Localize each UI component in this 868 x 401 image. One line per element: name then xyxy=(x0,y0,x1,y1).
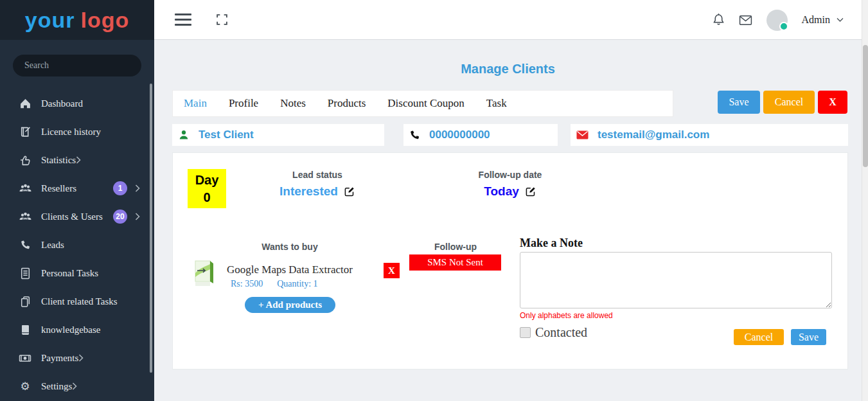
lead-status-label: Lead status xyxy=(250,170,385,180)
sidebar-item-label: Licence history xyxy=(41,127,101,138)
note-save-button[interactable]: Save xyxy=(791,329,826,345)
cancel-button[interactable]: Cancel xyxy=(763,91,815,114)
menu-icon[interactable] xyxy=(175,13,191,26)
mail-icon xyxy=(576,130,589,139)
window-scrollbar-thumb[interactable] xyxy=(863,45,868,167)
money-bill-icon xyxy=(18,353,32,364)
sidebar-item-statistics[interactable]: Statistics xyxy=(0,146,154,174)
book-solid-icon xyxy=(18,324,32,336)
sidebar-item-personal-tasks[interactable]: Personal Tasks xyxy=(0,259,154,287)
tab-task[interactable]: Task xyxy=(475,97,518,110)
users-icon xyxy=(18,183,32,195)
sidebar-item-label: Leads xyxy=(41,240,64,251)
sidebar-item-dashboard[interactable]: Dashboard xyxy=(0,89,154,118)
note-textarea[interactable] xyxy=(520,252,832,308)
sidebar-item-label: knowledgebase xyxy=(41,325,100,335)
page-title: Manage Clients xyxy=(154,62,862,76)
tab-bar: Main Profile Notes Products Discount Cou… xyxy=(172,90,673,117)
wants-to-buy-label: Wants to buy xyxy=(222,242,357,252)
sidebar-item-label: Payments xyxy=(41,353,78,364)
note-validation-message: Only alphabets are allowed xyxy=(520,311,613,320)
logo-text-blue: your xyxy=(25,8,75,33)
sidebar-item-settings[interactable]: ⚙ Settings xyxy=(0,372,154,400)
sidebar-item-licence-history[interactable]: Licence history xyxy=(0,118,154,146)
product-quantity: Quantity: 1 xyxy=(277,279,317,289)
sidebar-nav: Dashboard Licence history Statistics Res… xyxy=(0,89,154,400)
day-label: Day xyxy=(195,172,219,189)
search-input[interactable] xyxy=(13,55,141,76)
client-phone: 0000000000 xyxy=(429,129,490,141)
sidebar-item-label: Client related Tasks xyxy=(41,296,118,307)
tab-notes[interactable]: Notes xyxy=(269,97,317,110)
product-thumbnail xyxy=(195,260,214,287)
tab-products[interactable]: Products xyxy=(317,97,377,110)
bell-icon[interactable] xyxy=(713,13,725,26)
header-right: Admin xyxy=(713,0,844,40)
chevron-right-icon xyxy=(72,382,78,390)
logo-text-red: logo xyxy=(80,8,129,33)
sidebar-item-knowledgebase[interactable]: knowledgebase xyxy=(0,316,154,344)
sidebar-item-leads[interactable]: Leads xyxy=(0,231,154,259)
sidebar-item-label: Settings xyxy=(41,381,72,392)
envelope-icon[interactable] xyxy=(739,15,752,26)
product-price: Rs: 3500 xyxy=(231,279,263,289)
sidebar-item-label: Statistics xyxy=(41,155,76,166)
add-products-button[interactable]: + Add products xyxy=(245,297,335,313)
hand-pointer-icon xyxy=(18,154,32,166)
sidebar-item-client-related-tasks[interactable]: Client related Tasks xyxy=(0,287,154,316)
contacted-checkbox[interactable] xyxy=(520,327,531,338)
chevron-right-icon xyxy=(76,156,82,164)
fullscreen-icon[interactable] xyxy=(216,13,228,28)
sidebar-item-clients-users[interactable]: Clients & Users 20 xyxy=(0,202,154,231)
top-header: Admin xyxy=(154,0,862,40)
file-lines-icon xyxy=(18,267,32,280)
tab-discount-coupon[interactable]: Discount Coupon xyxy=(376,97,475,110)
chevron-down-icon[interactable] xyxy=(837,17,844,22)
product-name: Google Maps Data Extractor xyxy=(227,263,353,276)
sidebar-item-label: Resellers xyxy=(41,183,76,194)
sms-status-badge: SMS Not Sent xyxy=(409,254,501,271)
edit-followup-date-icon[interactable] xyxy=(525,186,536,197)
user-name[interactable]: Admin xyxy=(802,14,830,26)
tab-profile[interactable]: Profile xyxy=(218,97,269,110)
copy-icon xyxy=(18,296,32,308)
sidebar-item-payments[interactable]: Payments xyxy=(0,344,154,372)
close-button[interactable]: X xyxy=(818,91,847,114)
sidebar-scrollbar[interactable] xyxy=(150,84,152,373)
users-icon xyxy=(18,211,32,223)
client-email: testemail@gmail.com xyxy=(598,129,709,141)
chevron-right-icon xyxy=(135,184,141,192)
home-icon xyxy=(18,98,32,110)
note-cancel-button[interactable]: Cancel xyxy=(734,329,784,345)
gear-icon: ⚙ xyxy=(18,381,32,392)
resellers-count-badge: 1 xyxy=(113,181,127,195)
sidebar-item-label: Personal Tasks xyxy=(41,268,98,279)
avatar[interactable] xyxy=(766,10,788,31)
client-detail-card: Day 0 Lead status Interested Follow-up d… xyxy=(172,152,848,370)
chevron-right-icon xyxy=(135,213,141,220)
client-phone-field[interactable]: 0000000000 xyxy=(403,124,558,146)
app-window: your logo Dashboard Licence history Stat… xyxy=(0,0,868,401)
client-name-field[interactable]: Test Client xyxy=(172,124,384,146)
client-email-field[interactable]: testemail@gmail.com xyxy=(571,124,848,146)
save-button[interactable]: Save xyxy=(718,91,760,114)
remove-product-button[interactable]: X xyxy=(384,263,400,278)
followup-date-value: Today xyxy=(484,184,519,199)
make-a-note-title: Make a Note xyxy=(520,236,583,250)
sidebar-item-resellers[interactable]: Resellers 1 xyxy=(0,174,154,202)
logo[interactable]: your logo xyxy=(0,0,154,40)
person-icon xyxy=(178,129,190,141)
lead-status-value: Interested xyxy=(279,184,338,199)
note-actions: Cancel Save xyxy=(734,329,826,345)
window-scrollbar[interactable] xyxy=(862,0,868,401)
edit-lead-status-icon[interactable] xyxy=(344,186,355,197)
tab-main[interactable]: Main xyxy=(173,97,218,110)
product-details: Rs: 3500 Quantity: 1 xyxy=(231,279,318,289)
day-counter: Day 0 xyxy=(188,169,226,208)
sidebar: your logo Dashboard Licence history Stat… xyxy=(0,0,154,401)
day-value: 0 xyxy=(203,189,210,206)
sidebar-item-label: Clients & Users xyxy=(41,211,103,222)
book-open-icon xyxy=(18,126,32,138)
main-content: Manage Clients Main Profile Notes Produc… xyxy=(154,40,862,401)
followup-label: Follow-up xyxy=(388,242,523,252)
